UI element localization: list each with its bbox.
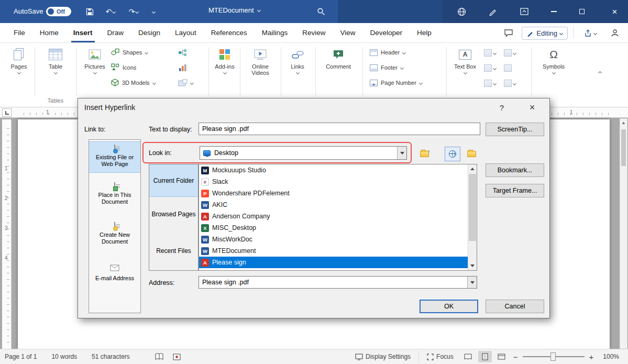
dropdown-chevron-icon[interactable] [397, 147, 406, 159]
list-item[interactable]: M Mockuuups Studio [199, 164, 468, 176]
close-button[interactable]: × [601, 0, 628, 23]
minimize-button[interactable] [542, 0, 566, 23]
list-item[interactable]: # Slack [199, 176, 468, 187]
share-button[interactable] [579, 26, 602, 40]
list-item[interactable]: P Wondershare PDFelement [199, 187, 468, 199]
zoom-out-button[interactable]: − [512, 349, 520, 364]
save-icon[interactable] [83, 5, 96, 18]
focus-mode-button[interactable]: Focus [422, 349, 458, 364]
tab-layout[interactable]: Layout [168, 23, 204, 42]
cancel-button[interactable]: Cancel [486, 300, 544, 313]
character-count[interactable]: 51 characters [87, 349, 135, 364]
comments-icon[interactable] [501, 26, 516, 40]
signature-line-button[interactable] [504, 48, 516, 58]
autosave-toggle[interactable]: Off [46, 7, 71, 16]
table-button[interactable]: Table [42, 47, 69, 74]
tab-view[interactable]: View [333, 23, 362, 42]
scope-current-folder[interactable]: Current Folder [149, 164, 198, 197]
list-item[interactable]: W MTEDocument [199, 245, 468, 257]
3d-models-button[interactable]: 3D Models [111, 78, 156, 88]
list-item[interactable]: X MISC_Desktop [199, 222, 468, 234]
scrollbar-thumb[interactable] [621, 129, 626, 166]
tab-review[interactable]: Review [295, 23, 333, 42]
editing-mode-dropdown[interactable]: Editing [522, 27, 568, 40]
maximize-button[interactable] [570, 0, 594, 23]
ok-button[interactable]: OK [420, 300, 478, 313]
ribbon-display-options-icon[interactable] [517, 5, 531, 18]
look-in-dropdown[interactable]: Desktop [200, 146, 407, 160]
target-frame-button[interactable]: Target Frame... [486, 184, 544, 197]
scroll-down-icon[interactable] [468, 261, 477, 270]
collapse-ribbon-chevron-icon[interactable] [599, 67, 601, 76]
text-to-display-input[interactable] [199, 123, 480, 135]
page-indicator[interactable]: Page 1 of 1 [0, 349, 41, 364]
tab-home[interactable]: Home [32, 23, 66, 42]
search-icon[interactable] [314, 5, 328, 18]
shapes-button[interactable]: Shapes [111, 47, 148, 58]
sign-in-person-icon[interactable] [607, 26, 623, 40]
zoom-in-button[interactable]: + [588, 349, 596, 364]
comment-button[interactable]: Comment [322, 47, 355, 70]
display-settings-button[interactable]: Display Settings [350, 349, 415, 364]
link-type-place-in-document[interactable]: Place in This Document [89, 180, 140, 212]
document-scrollbar[interactable]: ▲ [620, 118, 627, 349]
tab-stop-selector[interactable] [2, 108, 12, 117]
customize-toolbar-chevron-icon[interactable] [147, 5, 160, 18]
tab-file[interactable]: File [6, 23, 32, 42]
undo-button[interactable]: ↶ [102, 5, 119, 18]
online-videos-button[interactable]: Online Videos [244, 47, 277, 76]
tab-references[interactable]: References [204, 23, 255, 42]
symbols-button[interactable]: Ω Symbols [538, 47, 569, 74]
tab-design[interactable]: Design [131, 23, 168, 42]
redo-button[interactable]: ↷ [125, 5, 142, 18]
tab-draw[interactable]: Draw [100, 23, 131, 42]
wordart-button[interactable] [484, 63, 496, 73]
zoom-slider[interactable] [523, 356, 585, 357]
links-button[interactable]: Links [285, 47, 310, 74]
scroll-up-icon[interactable] [468, 164, 477, 173]
scrollbar-thumb[interactable] [469, 174, 476, 241]
link-type-email-address[interactable]: E-mail Address [89, 261, 140, 289]
document-title-dropdown[interactable]: MTEDocument [208, 6, 260, 14]
dialog-close-button[interactable]: × [524, 101, 540, 114]
link-type-existing-file[interactable]: Existing File or Web Page [89, 141, 140, 173]
icons-button[interactable]: Icons [111, 62, 136, 73]
scroll-up-icon[interactable]: ▲ [620, 119, 627, 127]
list-item[interactable]: A Anderson Company [199, 211, 468, 222]
add-ins-button[interactable]: Add-ins [212, 47, 238, 74]
scope-recent-files[interactable]: Recent Files [149, 244, 198, 258]
scope-browsed-pages[interactable]: Browsed Pages [149, 207, 198, 221]
text-box-button[interactable]: A Text Box [451, 47, 479, 74]
vertical-ruler[interactable]: 1 2 3 4 [2, 119, 12, 349]
link-type-create-new-document[interactable]: Create New Document [89, 219, 140, 252]
list-scrollbar[interactable] [468, 164, 477, 270]
web-layout-view-icon[interactable] [495, 351, 509, 362]
drop-cap-button[interactable] [484, 78, 496, 89]
dropdown-chevron-icon[interactable] [467, 277, 477, 288]
browse-the-web-button[interactable] [445, 147, 460, 161]
tab-insert[interactable]: Insert [66, 23, 100, 42]
footer-button[interactable]: Footer [370, 62, 403, 73]
browse-for-file-button[interactable] [464, 147, 479, 161]
page-number-button[interactable]: Page Number [370, 78, 422, 88]
dialog-help-button[interactable]: ? [494, 101, 510, 114]
present-online-globe-icon[interactable] [455, 5, 468, 18]
tab-help[interactable]: Help [410, 23, 439, 42]
smartart-icon[interactable] [178, 47, 188, 58]
read-mode-view-icon[interactable] [461, 351, 475, 362]
header-button[interactable]: Header [370, 47, 405, 58]
proofing-errors-icon[interactable] [150, 349, 168, 364]
inking-pen-icon[interactable] [486, 5, 500, 18]
list-item[interactable]: W MiscWorkDoc [199, 234, 468, 245]
bookmark-button[interactable]: Bookmark... [486, 163, 544, 177]
word-count[interactable]: 10 words [47, 349, 82, 364]
quick-parts-button[interactable] [484, 48, 496, 58]
list-item[interactable]: W AKIC [199, 199, 468, 211]
tab-mailings[interactable]: Mailings [255, 23, 295, 42]
screentip-button[interactable]: ScreenTip... [486, 123, 544, 136]
zoom-level[interactable]: 100% [598, 349, 624, 364]
zoom-slider-thumb[interactable] [550, 352, 556, 361]
object-button[interactable] [504, 78, 516, 89]
chart-icon[interactable] [178, 62, 188, 73]
macro-recording-icon[interactable] [168, 349, 185, 364]
